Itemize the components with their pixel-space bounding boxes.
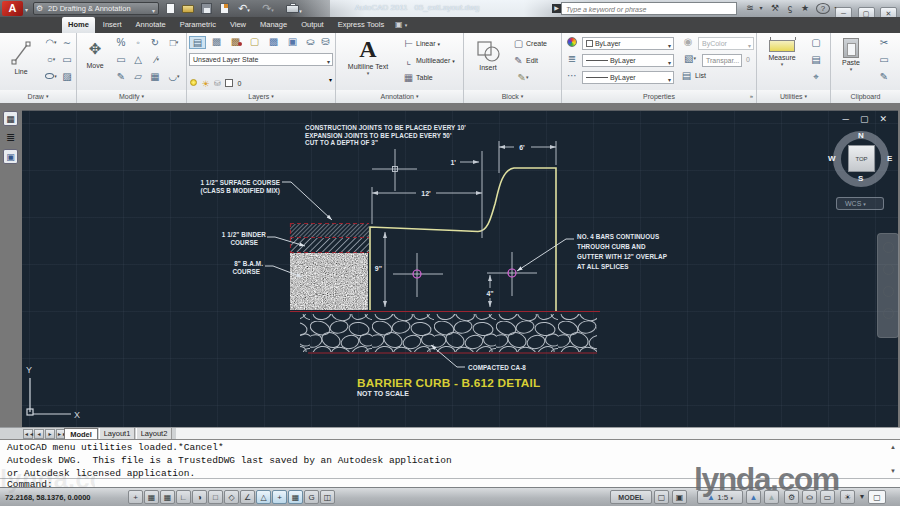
sheet-set-button[interactable] [216, 2, 232, 15]
layer-lock-icon[interactable]: ⛀ [303, 36, 318, 47]
panel-utilities-footer[interactable]: Utilities ▾ [757, 90, 830, 103]
tab-first-button[interactable]: ◄◄ [23, 429, 33, 439]
wcs-dropdown[interactable]: WCS ▾ [836, 197, 884, 210]
search-input[interactable] [561, 2, 737, 15]
clean-screen-button[interactable]: ▢ [868, 490, 886, 504]
panel-block-footer[interactable]: Block ▾ [464, 90, 561, 103]
layer-state-dropdown[interactable]: Unsaved Layer State▾ [189, 53, 333, 66]
quick-calc-icon[interactable]: ▤ [807, 54, 825, 65]
search-go-icon[interactable]: ▶ [552, 4, 561, 13]
document-window-buttons[interactable]: ─▢✕ [843, 114, 898, 124]
3dosnap-toggle[interactable]: ◇ [224, 490, 239, 504]
insert-block-button[interactable]: Insert [468, 36, 508, 71]
object-color-icon[interactable] [564, 36, 580, 47]
tab-prev-button[interactable]: ◄ [34, 429, 44, 439]
viewcube-south[interactable]: S [858, 174, 863, 183]
osnap-toggle[interactable]: □ [208, 490, 223, 504]
panel-properties-footer[interactable]: Properties» [562, 90, 756, 103]
tab-parametric[interactable]: Parametric [174, 17, 222, 33]
save-button[interactable] [198, 2, 214, 15]
circle-tool-icon[interactable]: ○▾ [42, 54, 60, 65]
redo-button[interactable]: ↷▾ [260, 2, 276, 15]
erase-tool-icon[interactable]: ✎ [113, 71, 129, 82]
measure-button[interactable]: Measure ▾ [761, 36, 803, 67]
copy-tool-icon[interactable]: % [113, 37, 129, 48]
viewcube[interactable]: TOP N W E S [826, 126, 898, 198]
search-dropdown-icon[interactable]: ▾ [757, 2, 765, 15]
ellipse-tool-icon[interactable]: ▾ [42, 71, 60, 82]
close-button[interactable]: ✕ [880, 7, 897, 17]
panel-modify-footer[interactable]: Modify ▾ [77, 90, 186, 103]
viewcube-north[interactable]: N [858, 131, 864, 140]
id-point-icon[interactable]: ⌖ [807, 71, 825, 83]
doc-close-icon[interactable]: ✕ [879, 114, 898, 124]
arc-tool-icon[interactable]: ◠▾ [42, 37, 60, 48]
lineweight-icon[interactable]: ≣ [564, 53, 580, 64]
table-icon[interactable]: ▦ [402, 72, 415, 83]
plot-button[interactable]: ▾ [286, 2, 302, 15]
doc-restore-icon[interactable]: ▢ [860, 114, 880, 124]
color-dropdown[interactable]: ByLayer▾ [582, 37, 674, 50]
help-icon[interactable]: ? [816, 3, 830, 14]
linetype-dropdown[interactable]: ByLayer▾ [582, 71, 674, 84]
qp-toggle[interactable]: ◫ [320, 490, 335, 504]
polar-toggle[interactable]: ◑ [192, 490, 207, 504]
linetype-icon[interactable]: ⋯ [564, 70, 580, 81]
linear-label[interactable]: Linear ▾ [416, 40, 440, 47]
dyn-toggle[interactable]: + [272, 490, 287, 504]
scale-tool-icon[interactable]: □▾ [164, 37, 184, 48]
rotate-tool-icon[interactable]: ↻ [147, 37, 163, 48]
quick-select-icon[interactable]: ▢ [807, 37, 825, 48]
favorites-star-icon[interactable]: ★ [798, 2, 812, 15]
command-scroll-down-icon[interactable]: ▼ [890, 468, 896, 474]
isolate-objects-icon[interactable]: ☀ [840, 490, 855, 504]
multiline-text-button[interactable]: A Multiline Text ▾ [340, 35, 396, 76]
quick-view-layouts-icon[interactable]: ▢ [654, 490, 669, 504]
block-attributes-icon[interactable]: ✎▾ [512, 72, 534, 83]
communication-icon[interactable]: ϛ [783, 2, 797, 15]
grid-toggle[interactable]: ▦ [160, 490, 175, 504]
tab-insert[interactable]: Insert [97, 17, 128, 33]
edit-block-icon[interactable]: ✎ [512, 55, 525, 66]
layer-freeze-icon[interactable]: ▩ [265, 36, 282, 47]
array-tool-icon[interactable]: ▦ [147, 71, 163, 82]
drawing-canvas[interactable]: 6' 1' 12' 9" 4" C [22, 110, 898, 427]
trim-tool-icon[interactable]: ∕▾ [147, 54, 167, 65]
paste-button[interactable]: Paste ▾ [833, 36, 869, 72]
cut-icon[interactable]: ✂ [875, 37, 893, 48]
open-file-button[interactable] [180, 2, 196, 15]
subscription-wrench-icon[interactable]: ⚒ [768, 2, 782, 15]
tab-next-button[interactable]: ► [45, 429, 55, 439]
multileader-label[interactable]: Multileader ▾ [416, 57, 455, 64]
list-label[interactable]: List [695, 72, 706, 79]
navigation-bar[interactable] [877, 233, 899, 338]
search-binoculars-icon[interactable]: ≊ [742, 2, 758, 15]
copy-clip-icon[interactable]: ▭ [875, 54, 893, 65]
lineweight-dropdown[interactable]: ByLayer▾ [582, 54, 674, 67]
layer-isolate-icon[interactable]: ▢ [246, 36, 263, 47]
layer-match-icon[interactable]: ▩ [208, 36, 225, 47]
ortho-toggle[interactable]: ∟ [176, 490, 191, 504]
nav-zoom-icon[interactable] [883, 286, 894, 297]
create-block-label[interactable]: Create [526, 40, 547, 47]
multileader-icon[interactable]: ⌞ [402, 55, 415, 66]
polyline-tool-icon[interactable]: ∼ [60, 37, 74, 48]
rectangle-tool-icon[interactable]: ▭ [60, 54, 74, 65]
transparency-field[interactable]: Transpar... [702, 54, 742, 67]
layer-properties-icon[interactable]: ▤ [189, 36, 206, 49]
tab-annotate[interactable]: Annotate [130, 17, 172, 33]
line-tool-button[interactable]: Line [3, 36, 39, 75]
panel-annotation-footer[interactable]: Annotation ▾ [336, 90, 463, 103]
snap-toggle[interactable]: ▦ [144, 490, 159, 504]
command-scroll-up-icon[interactable]: ▲ [890, 444, 896, 450]
minimize-button[interactable]: ─ [835, 7, 852, 17]
nav-orbit-icon[interactable] [883, 308, 894, 319]
doc-minimize-icon[interactable]: ─ [843, 114, 860, 124]
tab-home[interactable]: Home [62, 17, 95, 33]
ducs-toggle[interactable]: △ [256, 490, 271, 504]
stretch-tool-icon[interactable]: ▭ [113, 54, 129, 65]
otrack-toggle[interactable]: ∠ [240, 490, 255, 504]
ribbon-state-icon[interactable]: ▣ ▾ [395, 20, 407, 29]
nav-wheel-icon[interactable] [883, 242, 894, 253]
workspace-dropdown[interactable]: ⚙ 2D Drafting & Annotation ▾ [33, 2, 159, 15]
